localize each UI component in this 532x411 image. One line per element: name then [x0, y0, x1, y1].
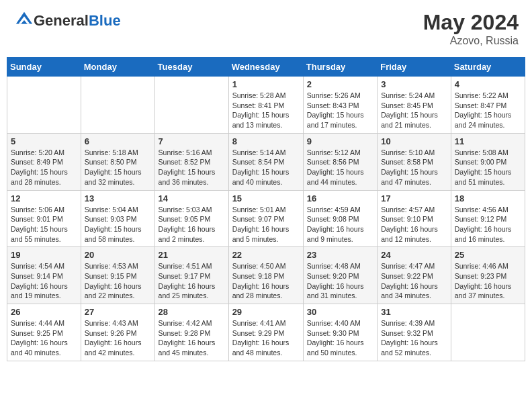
calendar-header-thursday: Thursday: [303, 58, 377, 77]
day-number: 23: [307, 250, 373, 260]
day-info: Sunrise: 4:43 AMSunset: 9:26 PMDaylight:…: [85, 318, 151, 358]
calendar-cell: [154, 77, 228, 134]
calendar-header-tuesday: Tuesday: [154, 58, 228, 77]
calendar-cell: 18Sunrise: 4:56 AMSunset: 9:12 PMDayligh…: [451, 190, 525, 247]
calendar-week-5: 26Sunrise: 4:44 AMSunset: 9:25 PMDayligh…: [7, 304, 525, 361]
calendar-week-3: 12Sunrise: 5:06 AMSunset: 9:01 PMDayligh…: [7, 190, 525, 247]
day-number: 20: [85, 250, 151, 260]
calendar-week-4: 19Sunrise: 4:54 AMSunset: 9:14 PMDayligh…: [7, 247, 525, 304]
calendar-cell: 13Sunrise: 5:04 AMSunset: 9:03 PMDayligh…: [81, 190, 154, 247]
day-number: 27: [85, 307, 151, 317]
day-info: Sunrise: 4:50 AMSunset: 9:18 PMDaylight:…: [232, 261, 300, 301]
calendar-cell: 26Sunrise: 4:44 AMSunset: 9:25 PMDayligh…: [7, 304, 81, 361]
day-info: Sunrise: 5:16 AMSunset: 8:52 PMDaylight:…: [159, 148, 225, 187]
day-number: 5: [11, 136, 77, 146]
calendar-header-saturday: Saturday: [451, 58, 525, 77]
day-info: Sunrise: 5:12 AMSunset: 8:56 PMDaylight:…: [307, 148, 373, 187]
day-info: Sunrise: 4:48 AMSunset: 9:20 PMDaylight:…: [307, 261, 373, 301]
calendar-cell: 8Sunrise: 5:14 AMSunset: 8:54 PMDaylight…: [228, 133, 303, 190]
calendar-cell: 11Sunrise: 5:08 AMSunset: 9:00 PMDayligh…: [451, 133, 525, 190]
day-number: 15: [232, 193, 300, 203]
day-info: Sunrise: 4:42 AMSunset: 9:28 PMDaylight:…: [159, 318, 225, 358]
month-year-title: May 2024: [423, 10, 519, 35]
calendar-cell: 23Sunrise: 4:48 AMSunset: 9:20 PMDayligh…: [303, 247, 377, 304]
calendar-cell: 12Sunrise: 5:06 AMSunset: 9:01 PMDayligh…: [7, 190, 81, 247]
location-title: Azovo, Russia: [423, 35, 519, 47]
day-info: Sunrise: 4:53 AMSunset: 9:15 PMDaylight:…: [85, 261, 151, 301]
day-number: 19: [11, 250, 77, 260]
day-info: Sunrise: 4:56 AMSunset: 9:12 PMDaylight:…: [455, 205, 521, 244]
day-number: 18: [455, 193, 521, 203]
calendar-cell: 10Sunrise: 5:10 AMSunset: 8:58 PMDayligh…: [378, 133, 451, 190]
day-info: Sunrise: 4:59 AMSunset: 9:08 PMDaylight:…: [307, 205, 373, 244]
day-info: Sunrise: 4:40 AMSunset: 9:30 PMDaylight:…: [307, 318, 373, 358]
calendar-cell: 15Sunrise: 5:01 AMSunset: 9:07 PMDayligh…: [228, 190, 303, 247]
calendar-cell: 6Sunrise: 5:18 AMSunset: 8:50 PMDaylight…: [81, 133, 154, 190]
day-number: 1: [232, 79, 300, 89]
day-info: Sunrise: 5:22 AMSunset: 8:47 PMDaylight:…: [455, 91, 521, 130]
day-number: 29: [232, 307, 300, 317]
day-number: 6: [85, 136, 151, 146]
calendar-cell: 25Sunrise: 4:46 AMSunset: 9:23 PMDayligh…: [451, 247, 525, 304]
day-info: Sunrise: 4:51 AMSunset: 9:17 PMDaylight:…: [159, 261, 225, 301]
day-info: Sunrise: 4:47 AMSunset: 9:22 PMDaylight:…: [381, 261, 447, 301]
day-number: 28: [159, 307, 225, 317]
day-number: 30: [307, 307, 373, 317]
day-info: Sunrise: 5:04 AMSunset: 9:03 PMDaylight:…: [85, 205, 151, 244]
day-number: 14: [159, 193, 225, 203]
calendar-cell: 17Sunrise: 4:57 AMSunset: 9:10 PMDayligh…: [378, 190, 451, 247]
logo: GeneralBlue: [13, 10, 121, 32]
day-number: 21: [159, 250, 225, 260]
calendar-header-friday: Friday: [378, 58, 451, 77]
day-info: Sunrise: 5:18 AMSunset: 8:50 PMDaylight:…: [85, 148, 151, 187]
calendar-cell: 9Sunrise: 5:12 AMSunset: 8:56 PMDaylight…: [303, 133, 377, 190]
calendar-cell: 4Sunrise: 5:22 AMSunset: 8:47 PMDaylight…: [451, 77, 525, 134]
day-number: 12: [11, 193, 77, 203]
day-number: 13: [85, 193, 151, 203]
logo-blue: Blue: [89, 12, 121, 29]
day-info: Sunrise: 5:10 AMSunset: 8:58 PMDaylight:…: [381, 148, 447, 187]
day-info: Sunrise: 5:03 AMSunset: 9:05 PMDaylight:…: [159, 205, 225, 244]
calendar-cell: 19Sunrise: 4:54 AMSunset: 9:14 PMDayligh…: [7, 247, 81, 304]
day-info: Sunrise: 4:57 AMSunset: 9:10 PMDaylight:…: [381, 205, 447, 244]
calendar-cell: 22Sunrise: 4:50 AMSunset: 9:18 PMDayligh…: [228, 247, 303, 304]
day-info: Sunrise: 5:01 AMSunset: 9:07 PMDaylight:…: [232, 205, 300, 244]
day-info: Sunrise: 4:39 AMSunset: 9:32 PMDaylight:…: [381, 318, 447, 358]
calendar-cell: [451, 304, 525, 361]
day-number: 31: [381, 307, 447, 317]
day-number: 25: [455, 250, 521, 260]
day-info: Sunrise: 4:44 AMSunset: 9:25 PMDaylight:…: [11, 318, 77, 358]
day-info: Sunrise: 5:26 AMSunset: 8:43 PMDaylight:…: [307, 91, 373, 130]
calendar-header-row: SundayMondayTuesdayWednesdayThursdayFrid…: [7, 58, 525, 77]
day-number: 16: [307, 193, 373, 203]
day-info: Sunrise: 5:06 AMSunset: 9:01 PMDaylight:…: [11, 205, 77, 244]
calendar-cell: 5Sunrise: 5:20 AMSunset: 8:49 PMDaylight…: [7, 133, 81, 190]
calendar-cell: 21Sunrise: 4:51 AMSunset: 9:17 PMDayligh…: [154, 247, 228, 304]
calendar-cell: [7, 77, 81, 134]
day-number: 9: [307, 136, 373, 146]
calendar-cell: 3Sunrise: 5:24 AMSunset: 8:45 PMDaylight…: [378, 77, 451, 134]
calendar-table: SundayMondayTuesdayWednesdayThursdayFrid…: [7, 57, 525, 361]
calendar-cell: 1Sunrise: 5:28 AMSunset: 8:41 PMDaylight…: [228, 77, 303, 134]
calendar-cell: 30Sunrise: 4:40 AMSunset: 9:30 PMDayligh…: [303, 304, 377, 361]
calendar-cell: 31Sunrise: 4:39 AMSunset: 9:32 PMDayligh…: [378, 304, 451, 361]
calendar-cell: 14Sunrise: 5:03 AMSunset: 9:05 PMDayligh…: [154, 190, 228, 247]
calendar-header-monday: Monday: [81, 58, 154, 77]
logo-general: General: [34, 12, 89, 29]
day-info: Sunrise: 5:14 AMSunset: 8:54 PMDaylight:…: [232, 148, 300, 187]
calendar-week-1: 1Sunrise: 5:28 AMSunset: 8:41 PMDaylight…: [7, 77, 525, 134]
day-info: Sunrise: 5:24 AMSunset: 8:45 PMDaylight:…: [381, 91, 447, 130]
calendar-week-2: 5Sunrise: 5:20 AMSunset: 8:49 PMDaylight…: [7, 133, 525, 190]
day-number: 17: [381, 193, 447, 203]
calendar-cell: 27Sunrise: 4:43 AMSunset: 9:26 PMDayligh…: [81, 304, 154, 361]
day-number: 22: [232, 250, 300, 260]
day-info: Sunrise: 4:54 AMSunset: 9:14 PMDaylight:…: [11, 261, 77, 301]
day-number: 11: [455, 136, 521, 146]
day-number: 10: [381, 136, 447, 146]
day-info: Sunrise: 4:41 AMSunset: 9:29 PMDaylight:…: [232, 318, 300, 358]
day-number: 7: [159, 136, 225, 146]
calendar-header-sunday: Sunday: [7, 58, 81, 77]
day-number: 26: [11, 307, 77, 317]
day-number: 24: [381, 250, 447, 260]
calendar-cell: 24Sunrise: 4:47 AMSunset: 9:22 PMDayligh…: [378, 247, 451, 304]
